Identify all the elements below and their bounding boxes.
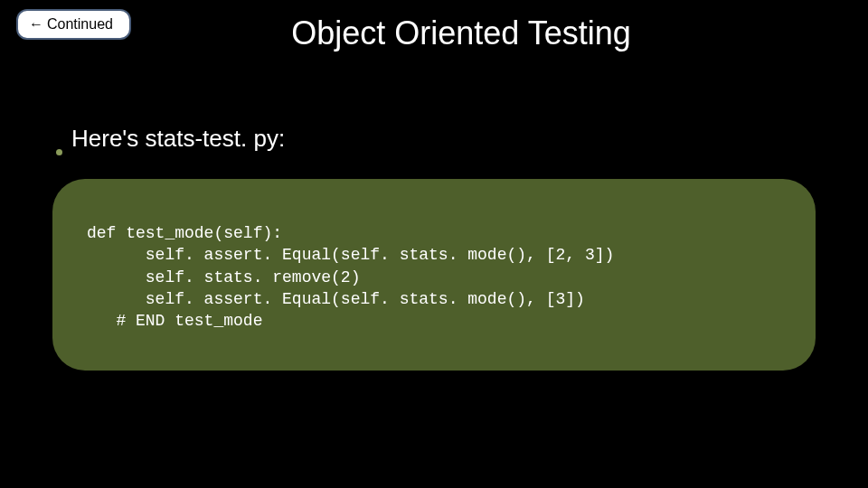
code-content: def test_mode(self): self. assert. Equal…	[87, 222, 781, 332]
bullet-item: Here's stats-test. py:	[56, 125, 285, 153]
bullet-text: Here's stats-test. py:	[71, 125, 285, 153]
code-line: self. assert. Equal(self. stats. mode(),…	[87, 290, 585, 308]
code-block: def test_mode(self): self. assert. Equal…	[52, 179, 816, 371]
slide-title: Object Oriented Testing	[0, 14, 868, 52]
code-line: self. stats. remove(2)	[87, 268, 360, 286]
code-line: def test_mode(self):	[87, 224, 282, 242]
bullet-dot-icon	[56, 149, 62, 155]
code-line: self. assert. Equal(self. stats. mode(),…	[87, 246, 614, 264]
code-line: # END test_mode	[87, 312, 262, 330]
